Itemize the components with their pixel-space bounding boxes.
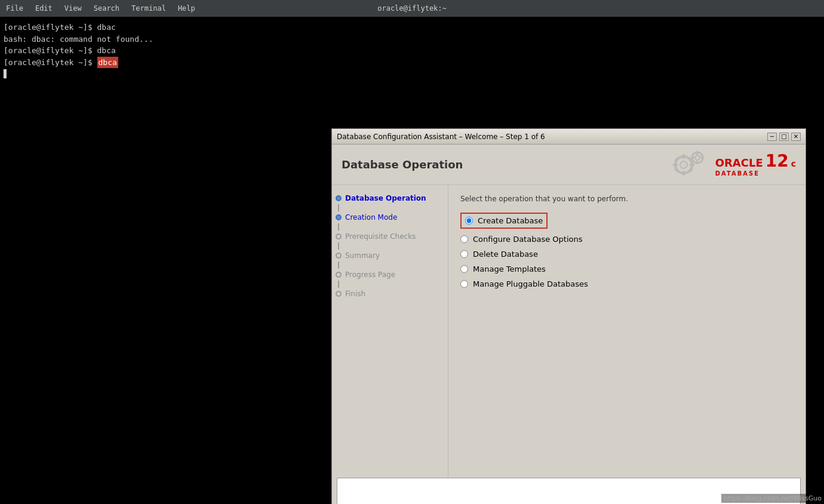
- svg-rect-12: [696, 151, 698, 155]
- terminal-cursor: ▋: [4, 68, 820, 80]
- radio-configure-label: Configure Database Options: [473, 235, 582, 244]
- close-button[interactable]: ✕: [791, 133, 801, 141]
- dialog-content: Select the operation that you want to pe…: [448, 185, 805, 478]
- menu-search[interactable]: Search: [94, 4, 119, 13]
- gears-icon: [663, 148, 711, 181]
- svg-rect-2: [682, 154, 685, 159]
- svg-rect-15: [700, 156, 704, 158]
- nav-bullet-1: [336, 214, 342, 220]
- nav-label-5: Finish: [345, 290, 365, 298]
- dialog-header-title: Database Operation: [342, 158, 463, 171]
- radio-configure[interactable]: [460, 235, 468, 243]
- menu-file[interactable]: File: [6, 4, 23, 13]
- nav-label-3: Summary: [345, 251, 380, 260]
- svg-rect-5: [690, 164, 694, 166]
- radio-option-manage-templates[interactable]: Manage Templates: [460, 265, 794, 273]
- terminal-title: oracle@iflytek:~: [377, 4, 447, 13]
- dialog-header: Database Operation: [332, 145, 805, 185]
- nav-item-summary: Summary: [332, 250, 448, 262]
- menu-terminal[interactable]: Terminal: [131, 4, 166, 13]
- restore-button[interactable]: □: [779, 133, 789, 141]
- radio-option-manage-pluggable[interactable]: Manage Pluggable Databases: [460, 279, 794, 288]
- radio-delete-label: Delete Database: [473, 250, 538, 259]
- svg-point-11: [695, 155, 700, 160]
- minimize-button[interactable]: −: [767, 133, 777, 141]
- dialog-body: Database Operation Creation Mode Prerequ…: [332, 185, 805, 478]
- content-instruction: Select the operation that you want to pe…: [460, 195, 794, 203]
- nav-line-5: [338, 281, 339, 288]
- nav-item-prerequisite-checks: Prerequisite Checks: [332, 231, 448, 242]
- watermark: https://blog.csdn.net/MissGuo: [721, 494, 824, 503]
- dbca-dialog: Database Configuration Assistant – Welco…: [331, 128, 806, 504]
- radio-manage-templates-label: Manage Templates: [473, 265, 546, 273]
- nav-bullet-4: [336, 272, 342, 278]
- oracle-logo-area: ORACLE 12c DATABASE: [663, 148, 796, 181]
- nav-bullet-5: [336, 291, 342, 297]
- nav-item-database-operation[interactable]: Database Operation: [332, 192, 448, 204]
- nav-label-0: Database Operation: [345, 194, 426, 202]
- version-text: 12: [765, 152, 789, 171]
- nav-line-2: [338, 223, 339, 231]
- terminal-topbar: File Edit View Search Terminal Help orac…: [0, 0, 824, 17]
- radio-option-configure[interactable]: Configure Database Options: [460, 235, 794, 244]
- menu-edit[interactable]: Edit: [35, 4, 53, 13]
- nav-item-finish: Finish: [332, 288, 448, 300]
- terminal-line-4: [oracle@iflytek ~]$ dbca: [4, 57, 820, 69]
- nav-line-3: [338, 242, 339, 250]
- nav-line-1: [338, 204, 339, 211]
- database-text: DATABASE: [715, 170, 796, 177]
- nav-label-1: Creation Mode: [345, 213, 397, 222]
- radio-manage-pluggable-label: Manage Pluggable Databases: [473, 279, 588, 288]
- dialog-titlebar: Database Configuration Assistant – Welco…: [332, 129, 805, 145]
- radio-create-database-label: Create Database: [478, 216, 543, 225]
- nav-item-progress-page: Progress Page: [332, 269, 448, 281]
- oracle-text: ORACLE: [715, 157, 763, 169]
- radio-create-database[interactable]: [465, 217, 473, 225]
- radio-option-create-database-container: Create Database: [460, 213, 548, 229]
- nav-line-4: [338, 262, 339, 269]
- radio-manage-pluggable[interactable]: [460, 280, 468, 288]
- svg-rect-13: [696, 161, 698, 164]
- radio-option-delete[interactable]: Delete Database: [460, 250, 794, 259]
- oracle-logo: ORACLE 12c DATABASE: [715, 152, 796, 177]
- dialog-nav: Database Operation Creation Mode Prerequ…: [332, 185, 448, 478]
- svg-point-1: [680, 161, 687, 168]
- nav-label-2: Prerequisite Checks: [345, 232, 416, 241]
- version-sup: c: [791, 159, 796, 168]
- radio-option-create-database[interactable]: Create Database: [465, 216, 543, 225]
- radio-manage-templates[interactable]: [460, 265, 468, 273]
- terminal-line-3: [oracle@iflytek ~]$ dbca: [4, 45, 820, 57]
- nav-label-4: Progress Page: [345, 271, 395, 279]
- nav-item-creation-mode[interactable]: Creation Mode: [332, 211, 448, 223]
- dialog-controls: − □ ✕: [767, 133, 801, 141]
- svg-rect-3: [682, 171, 685, 176]
- svg-rect-14: [691, 156, 694, 158]
- radio-group: Create Database Configure Database Optio…: [460, 213, 794, 288]
- svg-rect-4: [673, 164, 678, 166]
- nav-bullet-2: [336, 233, 342, 239]
- nav-bullet-3: [336, 253, 342, 259]
- menu-help[interactable]: Help: [178, 4, 195, 13]
- radio-delete[interactable]: [460, 250, 468, 258]
- menu-view[interactable]: View: [64, 4, 82, 13]
- terminal-line-1: [oracle@iflytek ~]$ dbac: [4, 21, 820, 33]
- terminal-content: [oracle@iflytek ~]$ dbac bash: dbac: com…: [0, 17, 824, 85]
- nav-bullet-0: [336, 195, 342, 201]
- dialog-title: Database Configuration Assistant – Welco…: [337, 133, 545, 141]
- terminal-line-2: bash: dbac: command not found...: [4, 33, 820, 45]
